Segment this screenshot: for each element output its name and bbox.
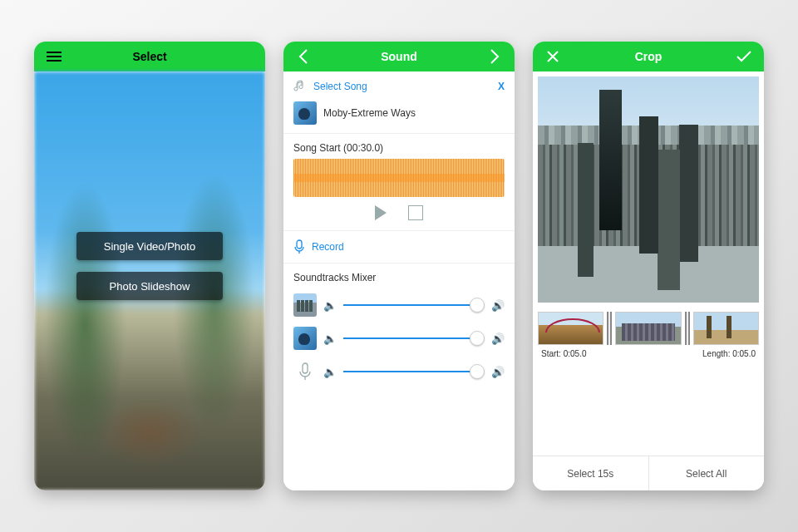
speaker-high-icon: 🔊	[491, 299, 505, 312]
clip-3[interactable]	[693, 312, 759, 345]
song-start-label: Song Start (00:30.0)	[293, 142, 505, 154]
mode-overlay: Single Video/Photo Photo Slideshow	[34, 42, 265, 490]
mixer-section: Soundtracks Mixer 🔈 🔊 🔈 🔊 🔈 🔊	[283, 264, 515, 397]
current-song-row: Moby-Extreme Ways	[293, 101, 505, 125]
timeline-strip[interactable]	[533, 308, 764, 349]
album-art-thumb	[293, 101, 317, 125]
forward-button[interactable]	[485, 49, 505, 64]
mixer-track-1: 🔈 🔊	[293, 288, 505, 322]
stop-button[interactable]	[408, 205, 423, 220]
mixer-track-2: 🔈 🔊	[293, 322, 505, 355]
record-label: Record	[312, 241, 344, 253]
play-button[interactable]	[375, 205, 387, 220]
crop-preview[interactable]	[538, 76, 759, 303]
confirm-button[interactable]	[734, 50, 754, 63]
volume-slider[interactable]	[343, 337, 485, 339]
page-title: Sound	[313, 50, 485, 63]
phone-crop: Crop Start: 0:05.0 Length: 0:05.0 Select…	[533, 42, 764, 490]
chevron-left-icon	[298, 49, 308, 64]
sound-body: Select Song X Moby-Extreme Ways Song Sta…	[283, 71, 515, 490]
speaker-high-icon: 🔊	[491, 332, 505, 345]
phone-sound: Sound Select Song X Moby-Extreme Ways So…	[283, 42, 515, 490]
back-button[interactable]	[293, 49, 313, 64]
speaker-low-icon: 🔈	[323, 366, 337, 378]
svg-rect-1	[303, 363, 308, 373]
microphone-icon	[293, 360, 317, 383]
clear-song-button[interactable]: X	[498, 81, 505, 92]
timeline-labels: Start: 0:05.0 Length: 0:05.0	[533, 349, 764, 365]
music-note-icon	[293, 80, 307, 93]
clip-2[interactable]	[615, 312, 681, 345]
waveform[interactable]	[293, 159, 505, 197]
trim-handle-left[interactable]	[607, 312, 612, 345]
song-start-section: Song Start (00:30.0)	[283, 134, 515, 231]
cancel-button[interactable]	[543, 50, 563, 63]
speaker-high-icon: 🔊	[491, 366, 505, 378]
record-section[interactable]: Record	[283, 231, 515, 264]
checkmark-icon	[736, 50, 752, 63]
close-icon	[546, 50, 559, 63]
speaker-low-icon: 🔈	[323, 299, 337, 312]
track-thumb	[293, 327, 317, 350]
photo-slideshow-button[interactable]: Photo Slideshow	[76, 272, 223, 300]
single-video-photo-button[interactable]: Single Video/Photo	[76, 232, 223, 260]
select-15s-button[interactable]: Select 15s	[533, 456, 649, 490]
header: Crop	[533, 42, 764, 71]
volume-slider[interactable]	[343, 371, 485, 372]
bottom-bar: Select 15s Select All	[533, 456, 764, 490]
select-song-section: Select Song X Moby-Extreme Ways	[283, 71, 515, 134]
start-time-label: Start: 0:05.0	[541, 349, 586, 358]
current-song-name: Moby-Extreme Ways	[323, 107, 416, 119]
mixer-track-3: 🔈 🔊	[293, 355, 505, 388]
select-song-label: Select Song	[313, 81, 367, 92]
track-thumb	[293, 293, 317, 317]
speaker-low-icon: 🔈	[323, 332, 337, 345]
clip-1[interactable]	[538, 312, 603, 345]
select-all-button[interactable]: Select All	[649, 456, 765, 490]
select-song-row[interactable]: Select Song X	[293, 80, 505, 93]
page-title: Crop	[563, 50, 734, 63]
header: Sound	[283, 42, 515, 71]
svg-rect-0	[297, 240, 302, 249]
length-label: Length: 0:05.0	[702, 349, 756, 358]
microphone-icon	[293, 239, 305, 254]
chevron-right-icon	[490, 49, 500, 64]
phone-select: Select Single Video/Photo Photo Slidesho…	[34, 42, 265, 490]
crop-body: Start: 0:05.0 Length: 0:05.0 Select 15s …	[533, 71, 764, 490]
mixer-label: Soundtracks Mixer	[293, 272, 505, 283]
trim-handle-right[interactable]	[685, 312, 690, 345]
volume-slider[interactable]	[343, 304, 485, 306]
playback-controls	[293, 202, 505, 222]
